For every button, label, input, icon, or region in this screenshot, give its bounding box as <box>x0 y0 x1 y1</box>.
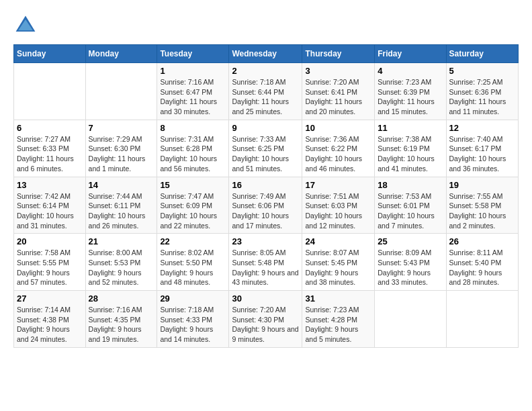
header-tuesday: Tuesday <box>157 45 229 63</box>
calendar-cell: 8Sunrise: 7:31 AM Sunset: 6:28 PM Daylig… <box>157 120 229 177</box>
day-number: 21 <box>89 236 154 246</box>
calendar-cell: 28Sunrise: 7:16 AM Sunset: 4:35 PM Dayli… <box>85 291 157 348</box>
day-info: Sunrise: 7:25 AM Sunset: 6:36 PM Dayligh… <box>449 77 515 117</box>
day-info: Sunrise: 7:36 AM Sunset: 6:22 PM Dayligh… <box>305 134 371 174</box>
day-number: 26 <box>449 236 515 246</box>
day-info: Sunrise: 7:33 AM Sunset: 6:25 PM Dayligh… <box>232 134 299 174</box>
day-info: Sunrise: 7:14 AM Sunset: 4:38 PM Dayligh… <box>17 305 83 345</box>
calendar-cell <box>85 63 157 120</box>
day-number: 7 <box>89 123 154 133</box>
day-number: 27 <box>17 293 83 304</box>
calendar-cell <box>446 291 518 348</box>
calendar-table: SundayMondayTuesdayWednesdayThursdayFrid… <box>13 44 519 348</box>
day-info: Sunrise: 7:47 AM Sunset: 6:09 PM Dayligh… <box>160 191 226 231</box>
day-info: Sunrise: 7:44 AM Sunset: 6:11 PM Dayligh… <box>89 191 154 231</box>
day-info: Sunrise: 8:11 AM Sunset: 5:40 PM Dayligh… <box>449 248 515 287</box>
days-header-row: SundayMondayTuesdayWednesdayThursdayFrid… <box>14 45 519 63</box>
calendar-cell: 5Sunrise: 7:25 AM Sunset: 6:36 PM Daylig… <box>446 63 518 120</box>
day-info: Sunrise: 7:31 AM Sunset: 6:28 PM Dayligh… <box>160 134 226 174</box>
calendar-cell: 17Sunrise: 7:51 AM Sunset: 6:03 PM Dayli… <box>302 177 375 234</box>
day-number: 18 <box>378 180 443 190</box>
calendar-cell: 14Sunrise: 7:44 AM Sunset: 6:11 PM Dayli… <box>85 177 157 234</box>
day-number: 6 <box>17 123 83 133</box>
day-info: Sunrise: 7:23 AM Sunset: 6:39 PM Dayligh… <box>378 77 443 117</box>
header-saturday: Saturday <box>446 45 518 63</box>
day-info: Sunrise: 7:42 AM Sunset: 6:14 PM Dayligh… <box>17 191 83 231</box>
day-info: Sunrise: 7:49 AM Sunset: 6:06 PM Dayligh… <box>232 191 299 231</box>
calendar-cell: 2Sunrise: 7:18 AM Sunset: 6:44 PM Daylig… <box>229 63 302 120</box>
header-monday: Monday <box>85 45 157 63</box>
calendar-week-2: 6Sunrise: 7:27 AM Sunset: 6:33 PM Daylig… <box>14 120 519 177</box>
header-thursday: Thursday <box>302 45 375 63</box>
day-number: 8 <box>160 123 226 133</box>
calendar-week-5: 27Sunrise: 7:14 AM Sunset: 4:38 PM Dayli… <box>14 291 519 348</box>
calendar-cell <box>375 291 446 348</box>
day-number: 20 <box>17 236 83 246</box>
calendar-cell <box>14 63 86 120</box>
header-wednesday: Wednesday <box>229 45 302 63</box>
day-number: 22 <box>160 236 226 246</box>
day-info: Sunrise: 7:29 AM Sunset: 6:30 PM Dayligh… <box>89 134 154 174</box>
calendar-cell: 20Sunrise: 7:58 AM Sunset: 5:55 PM Dayli… <box>14 234 86 291</box>
day-info: Sunrise: 7:16 AM Sunset: 4:35 PM Dayligh… <box>89 305 154 345</box>
day-info: Sunrise: 8:05 AM Sunset: 5:48 PM Dayligh… <box>232 248 299 287</box>
day-number: 9 <box>232 123 299 133</box>
calendar-cell: 23Sunrise: 8:05 AM Sunset: 5:48 PM Dayli… <box>229 234 302 291</box>
header-sunday: Sunday <box>14 45 86 63</box>
header-friday: Friday <box>375 45 446 63</box>
calendar-cell: 26Sunrise: 8:11 AM Sunset: 5:40 PM Dayli… <box>446 234 518 291</box>
calendar-cell: 10Sunrise: 7:36 AM Sunset: 6:22 PM Dayli… <box>302 120 375 177</box>
calendar-cell: 18Sunrise: 7:53 AM Sunset: 6:01 PM Dayli… <box>375 177 446 234</box>
calendar-cell: 3Sunrise: 7:20 AM Sunset: 6:41 PM Daylig… <box>302 63 375 120</box>
day-number: 28 <box>89 293 154 304</box>
day-info: Sunrise: 8:07 AM Sunset: 5:45 PM Dayligh… <box>305 248 371 287</box>
calendar-cell: 25Sunrise: 8:09 AM Sunset: 5:43 PM Dayli… <box>375 234 446 291</box>
calendar-cell: 1Sunrise: 7:16 AM Sunset: 6:47 PM Daylig… <box>157 63 229 120</box>
day-number: 5 <box>449 66 515 76</box>
page-header <box>13 13 519 38</box>
calendar-cell: 9Sunrise: 7:33 AM Sunset: 6:25 PM Daylig… <box>229 120 302 177</box>
day-number: 31 <box>305 293 371 304</box>
day-info: Sunrise: 7:18 AM Sunset: 4:33 PM Dayligh… <box>160 305 226 345</box>
day-info: Sunrise: 8:02 AM Sunset: 5:50 PM Dayligh… <box>160 248 226 287</box>
day-number: 16 <box>232 180 299 190</box>
calendar-cell: 13Sunrise: 7:42 AM Sunset: 6:14 PM Dayli… <box>14 177 86 234</box>
day-info: Sunrise: 7:38 AM Sunset: 6:19 PM Dayligh… <box>378 134 443 174</box>
day-info: Sunrise: 7:23 AM Sunset: 4:28 PM Dayligh… <box>305 305 371 345</box>
day-number: 15 <box>160 180 226 190</box>
day-number: 13 <box>17 180 83 190</box>
logo-icon <box>13 13 38 38</box>
day-number: 17 <box>305 180 371 190</box>
day-number: 11 <box>378 123 443 133</box>
calendar-week-3: 13Sunrise: 7:42 AM Sunset: 6:14 PM Dayli… <box>14 177 519 234</box>
day-info: Sunrise: 7:27 AM Sunset: 6:33 PM Dayligh… <box>17 134 83 174</box>
day-number: 19 <box>449 180 515 190</box>
day-info: Sunrise: 8:09 AM Sunset: 5:43 PM Dayligh… <box>378 248 443 287</box>
calendar-cell: 11Sunrise: 7:38 AM Sunset: 6:19 PM Dayli… <box>375 120 446 177</box>
day-number: 10 <box>305 123 371 133</box>
day-number: 30 <box>232 293 299 304</box>
day-number: 29 <box>160 293 226 304</box>
calendar-week-1: 1Sunrise: 7:16 AM Sunset: 6:47 PM Daylig… <box>14 63 519 120</box>
day-info: Sunrise: 7:20 AM Sunset: 6:41 PM Dayligh… <box>305 77 371 117</box>
calendar-cell: 19Sunrise: 7:55 AM Sunset: 5:58 PM Dayli… <box>446 177 518 234</box>
logo <box>13 13 40 38</box>
day-number: 3 <box>305 66 371 76</box>
day-number: 25 <box>378 236 443 246</box>
calendar-cell: 4Sunrise: 7:23 AM Sunset: 6:39 PM Daylig… <box>375 63 446 120</box>
day-info: Sunrise: 7:20 AM Sunset: 4:30 PM Dayligh… <box>232 305 299 345</box>
calendar-cell: 24Sunrise: 8:07 AM Sunset: 5:45 PM Dayli… <box>302 234 375 291</box>
day-number: 2 <box>232 66 299 76</box>
calendar-cell: 7Sunrise: 7:29 AM Sunset: 6:30 PM Daylig… <box>85 120 157 177</box>
day-number: 4 <box>378 66 443 76</box>
day-number: 12 <box>449 123 515 133</box>
calendar-cell: 31Sunrise: 7:23 AM Sunset: 4:28 PM Dayli… <box>302 291 375 348</box>
day-info: Sunrise: 7:18 AM Sunset: 6:44 PM Dayligh… <box>232 77 299 117</box>
calendar-cell: 29Sunrise: 7:18 AM Sunset: 4:33 PM Dayli… <box>157 291 229 348</box>
day-number: 14 <box>89 180 154 190</box>
calendar-cell: 30Sunrise: 7:20 AM Sunset: 4:30 PM Dayli… <box>229 291 302 348</box>
day-info: Sunrise: 7:53 AM Sunset: 6:01 PM Dayligh… <box>378 191 443 231</box>
day-info: Sunrise: 7:16 AM Sunset: 6:47 PM Dayligh… <box>160 77 226 117</box>
calendar-cell: 6Sunrise: 7:27 AM Sunset: 6:33 PM Daylig… <box>14 120 86 177</box>
day-number: 23 <box>232 236 299 246</box>
